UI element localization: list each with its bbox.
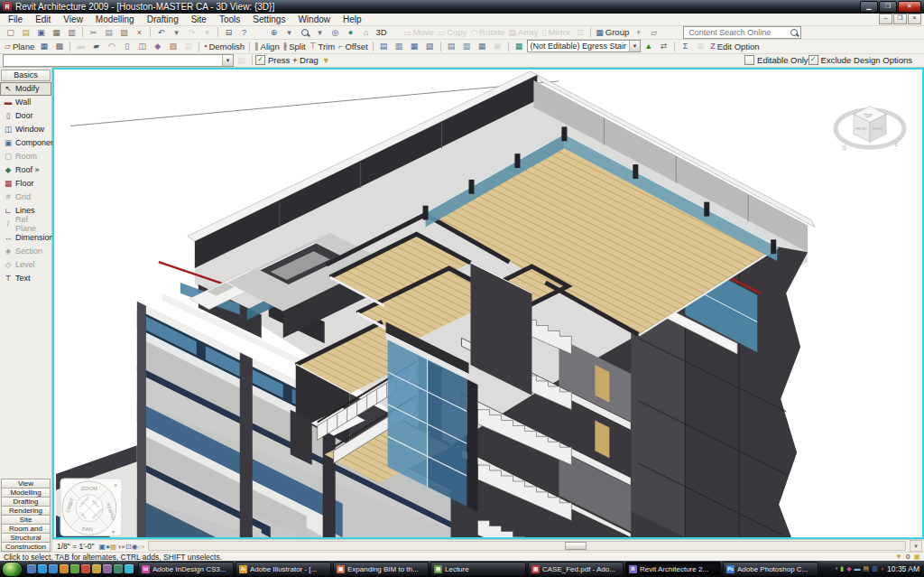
delete-icon[interactable]: × [132,27,147,38]
new-icon[interactable]: ▢ [3,27,18,38]
pin-icon[interactable]: + [631,27,646,38]
grid-surface-icon[interactable]: ▦ [36,41,51,51]
move-button[interactable]: ▭Move [402,27,436,38]
sidebar-item-component[interactable]: ▣Component [0,136,51,150]
ql-media-player[interactable] [60,564,69,573]
window-tool-icon[interactable]: ◫ [134,41,150,51]
sidebar-item-wall[interactable]: ▬Wall [0,96,51,109]
viewcube-front-label[interactable]: FRONT [855,127,868,131]
drawing-area[interactable]: S E TOP FRONT RIGHT × ▾ [52,68,924,539]
design-options-select-arrow-icon[interactable]: ▾ [629,41,640,51]
analyze-icon[interactable]: ▦ [475,41,490,51]
menu-help[interactable]: Help [337,14,368,24]
add-to-group-icon[interactable]: ▥ [392,41,407,51]
paint-bucket-icon[interactable]: ◆ [150,41,165,51]
type-selector-arrow-icon[interactable]: ▾ [222,55,233,66]
mirror-button[interactable]: ▯Mirror [541,27,573,38]
ql-messenger[interactable] [125,564,134,573]
save-group-icon[interactable]: ▦ [49,27,64,38]
taskbar-button-4[interactable]: ▥CASE_Fed.pdf - Ado... [528,562,624,576]
dynamic-view-icon[interactable]: ⊕ [266,27,282,38]
properties-icon[interactable]: ▤ [234,55,249,66]
default-3d-home-icon[interactable]: ⌂ [358,27,374,38]
open-icon[interactable]: ▤ [18,27,33,38]
ungroup-icon[interactable]: ▱ [646,27,661,38]
design-option-image-icon[interactable]: ▦ [512,41,527,51]
mdi-close-button[interactable]: × [908,14,921,24]
tray-usb-icon[interactable]: ▥ [872,565,878,572]
taskbar-button-1[interactable]: AiAdobe Illustrator - [... [236,562,331,576]
close-button[interactable]: ✕ [898,1,921,13]
offset-button[interactable]: ⌐Offset [337,41,369,51]
link-icon[interactable]: ▤ [444,41,459,51]
copy-tool-button[interactable]: ▭Copy [436,27,469,38]
resize-icon[interactable]: ⊡ [572,27,587,38]
search-magnifier-icon[interactable] [790,29,798,36]
sidebar-item-floor[interactable]: ▦Floor [0,177,51,191]
align-button[interactable]: ∥Align [253,41,282,51]
taskbar-button-2[interactable]: ▣Expanding BIM to th... [333,562,429,576]
maximize-button[interactable]: ❐ [879,1,897,13]
viewcube-right-label[interactable]: RIGHT [873,127,883,131]
menu-view[interactable]: View [57,14,89,24]
sidebar-item-text[interactable]: TText [0,272,51,285]
selection-filter-icon[interactable]: ▼ [895,553,902,561]
editable-status-icon[interactable]: ▣ [913,553,920,561]
press-drag-checkbox-box[interactable]: ✓ [255,55,265,65]
wheel-close-icon[interactable]: × [114,482,117,489]
press-drag-checkbox[interactable]: ✓Press + Drag [255,55,319,65]
menu-window[interactable]: Window [291,14,337,24]
design-options-select[interactable]: (Not Editable) Egress Stair▾ [527,40,642,52]
detail-level-icon[interactable]: ▣ [98,543,106,551]
menu-tools[interactable]: Tools [213,14,246,24]
tray-network-icon[interactable]: ▮ [840,565,844,572]
ql-image-viewer[interactable] [114,564,123,573]
pick-arc-icon[interactable]: ◠ [104,41,119,51]
sum-icon[interactable]: Σ [678,41,693,51]
menu-modelling[interactable]: Modelling [89,14,141,24]
ql-internet-explorer[interactable] [49,564,58,573]
menu-edit[interactable]: Edit [29,14,57,24]
tray-phone-icon[interactable]: ◗ [881,565,884,572]
hide-isolate-icon[interactable]: ◉ [132,543,138,551]
minimize-button[interactable]: ▁ [860,1,878,13]
ql-photo-app[interactable] [103,564,112,573]
menu-site[interactable]: Site [185,14,213,24]
design-bar-tab-construction[interactable]: Construction [1,542,51,552]
sidebar-item-window[interactable]: ◫Window [0,123,51,136]
unlink-icon[interactable]: ▥ [459,41,475,51]
horizontal-scrollbar[interactable] [148,541,906,551]
ql-green-app[interactable] [70,564,79,573]
region-icon[interactable]: ▤ [180,41,196,51]
undo-icon[interactable]: ↶ [153,27,169,38]
trim-button[interactable]: ⊤Trim [308,41,337,51]
menu-settings[interactable]: Settings [246,14,291,24]
door-tool-icon[interactable]: ▯ [119,41,134,51]
scrollbar-corner-button[interactable]: ▾ [910,540,922,552]
camera-globe-icon[interactable]: ● [343,27,358,38]
sidebar-item-dimension[interactable]: ↔Dimension [0,231,51,245]
editable-only-checkbox-box[interactable] [744,55,754,65]
rotate-button[interactable]: ◠Rotate [468,27,506,38]
ql-red-app[interactable] [81,564,90,573]
taskbar-button-3[interactable]: ▤Lecture [430,562,526,576]
filter-icon[interactable]: ▼ [319,55,334,66]
wheel-menu-icon[interactable]: ▾ [112,529,115,535]
design-bar-tab-basics[interactable]: Basics [1,70,51,81]
viewcube-east-label[interactable]: E [894,140,899,148]
pick-option-icon[interactable]: ⇄ [656,41,671,51]
ql-switcher[interactable] [38,564,47,573]
sidebar-item-roof[interactable]: ◆Roof » [0,163,51,177]
array-button[interactable]: ▤Array [506,27,540,38]
paste-icon[interactable]: ▧ [116,27,132,38]
help-icon[interactable]: ? [236,27,252,38]
attach-icon[interactable]: ▧ [422,41,438,51]
editable-only-checkbox[interactable]: Editable Only [744,55,808,65]
start-button[interactable] [2,562,23,577]
view-cube[interactable]: S E TOP FRONT RIGHT [836,106,904,152]
demolish-button[interactable]: ▪Demolish [202,41,246,51]
draw-line-icon[interactable]: ▬ [73,41,88,51]
content-search-input[interactable] [687,27,788,38]
steering-wheel-icon[interactable]: ◎ [328,27,343,38]
taskbar-button-5[interactable]: RRevit Architecture 2... [625,562,721,576]
